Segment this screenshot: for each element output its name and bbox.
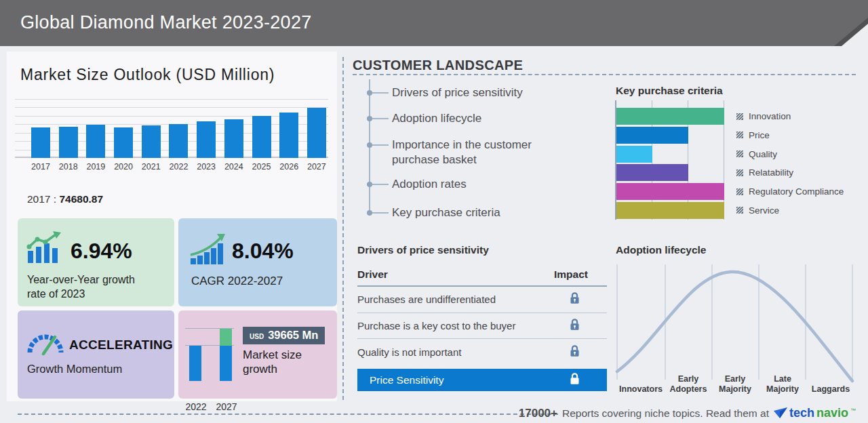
- page-title: Global Diamond Market 2023-2027: [20, 0, 312, 45]
- bullet-dot-icon: [367, 182, 372, 187]
- lock-icon: [570, 318, 580, 331]
- footer-note: 17000+ Reports covering niche topics. Re…: [519, 406, 856, 420]
- price-sensitivity-title: Drivers of price sensitivity: [357, 244, 489, 256]
- market-bar-2027: [307, 108, 326, 158]
- growth-label: Market size growth: [243, 348, 319, 376]
- kpc-legend-item: Relatability: [736, 164, 844, 181]
- growth-momentum-box: ACCELERATING Growth Momentum: [18, 310, 174, 399]
- legend-label: Service: [749, 205, 779, 216]
- legend-swatch-icon: [736, 169, 743, 176]
- market-year-label: 2020: [110, 162, 137, 172]
- callout-value: 74680.87: [59, 193, 103, 205]
- lock-icon: [570, 318, 580, 334]
- header-bar: Global Diamond Market 2023-2027: [0, 0, 868, 46]
- connector-line: [372, 118, 389, 119]
- market-bar-chart: [31, 99, 326, 158]
- yoy-label: Year-over-Year growth rate of 2023: [27, 273, 136, 301]
- legend-swatch-icon: [736, 188, 743, 195]
- bar-trend-icon: [26, 230, 68, 264]
- trademark-symbol: ™: [850, 407, 856, 414]
- adoption-stage-labels: InnovatorsEarly AdoptersEarly MajorityLa…: [614, 363, 856, 396]
- landscape-item: Adoption rates: [366, 177, 467, 192]
- callout-year: 2017: [27, 193, 50, 205]
- dashed-underline: [353, 74, 856, 75]
- market-year-label: 2023: [193, 162, 220, 172]
- cagr-label: CAGR 2022-2027: [191, 274, 283, 288]
- driver-label: Quality is not important: [357, 346, 461, 358]
- landscape-item: Drivers of price sensitivity: [366, 85, 523, 100]
- kpc-legend: InnovationPriceQualityRelatabilityRegula…: [736, 108, 844, 219]
- adoption-stage-label: Early Adopters: [663, 374, 713, 395]
- mini-year-2027: 2027: [214, 401, 239, 412]
- bullet-dot-icon: [367, 210, 372, 216]
- kpc-bar-1: [616, 127, 688, 144]
- market-bar-2024: [224, 119, 243, 159]
- momentum-value: ACCELERATING: [69, 338, 173, 352]
- kpc-legend-item: Price: [736, 127, 844, 144]
- legend-label: Relatability: [749, 167, 793, 178]
- landscape-item-label: Adoption rates: [392, 177, 467, 192]
- landscape-item-label: Drivers of price sensitivity: [392, 85, 523, 100]
- bullet-dot-icon: [367, 90, 372, 96]
- lock-icon: [570, 291, 580, 304]
- landscape-item: Key purchase criteria: [366, 205, 500, 220]
- kpc-bar-4: [616, 183, 724, 200]
- footer-text: Reports covering niche topics. Read them…: [562, 407, 769, 420]
- driver-row: Quality is not important: [357, 339, 607, 365]
- legend-swatch-icon: [736, 113, 743, 120]
- market-bar-2018: [59, 127, 78, 159]
- market-year-label: 2017: [27, 162, 54, 172]
- market-bar-2019: [86, 125, 105, 158]
- report-count: 17000+: [519, 407, 557, 420]
- market-bar-2021: [142, 125, 161, 158]
- legend-swatch-icon: [736, 132, 743, 138]
- growth-amount-badge: USD 39665 Mn: [243, 327, 325, 344]
- connector-line: [372, 92, 389, 94]
- vertical-dashed-divider: [342, 57, 344, 400]
- adoption-stage-label: Late Majority: [757, 374, 808, 395]
- lock-icon: [570, 291, 580, 307]
- corner-fold-icon: [842, 24, 868, 46]
- growth-amount: 39665 Mn: [268, 329, 318, 342]
- lock-icon: [570, 372, 580, 388]
- market-value-callout: 2017 : 74680.87: [27, 193, 103, 205]
- footer-dashed-line: [18, 414, 558, 415]
- customer-landscape-title: CUSTOMER LANDSCAPE: [353, 58, 523, 73]
- legend-label: Quality: [749, 149, 777, 159]
- bullet-dot-icon: [367, 142, 372, 148]
- cagr-box: 8.04% CAGR 2022-2027: [178, 218, 337, 306]
- infographic-page: Global Diamond Market 2023-2027 Market S…: [0, 0, 868, 423]
- legend-label: Regulatory Compliance: [749, 186, 844, 197]
- market-year-label: 2022: [165, 162, 192, 172]
- market-bar-2025: [252, 116, 271, 158]
- adoption-stage-label: Laggards: [806, 384, 856, 395]
- kpc-legend-item: Quality: [736, 146, 844, 163]
- price-sensitivity-highlight-row[interactable]: Price Sensitivity: [357, 369, 607, 391]
- market-size-growth-box: 2022 2027 USD 39665 Mn Market size growt…: [178, 310, 337, 399]
- market-year-label: 2019: [82, 162, 109, 172]
- impact-column-header: Impact: [554, 268, 588, 281]
- legend-label: Price: [749, 130, 770, 140]
- market-year-label: 2026: [275, 162, 302, 172]
- landscape-item-label: Importance in the customer purchase bask…: [392, 138, 548, 167]
- market-year-label: 2025: [248, 162, 275, 172]
- brand-tech: tech: [789, 406, 814, 420]
- lock-icon: [570, 344, 580, 357]
- mini-year-2022: 2022: [184, 401, 208, 412]
- currency-label: USD: [250, 333, 264, 340]
- lock-icon: [570, 372, 580, 385]
- landscape-item: Adoption lifecycle: [366, 111, 481, 126]
- adoption-lifecycle-title: Adoption lifecycle: [616, 244, 707, 256]
- mini-growth-chart: 2022 2027: [185, 328, 234, 381]
- kpc-bars: [616, 108, 724, 219]
- kpc-legend-item: Service: [736, 202, 844, 219]
- technavio-logo[interactable]: technavio™: [774, 406, 856, 420]
- market-bar-2023: [197, 121, 216, 158]
- lock-icon: [570, 344, 580, 360]
- market-bar-2020: [114, 127, 133, 158]
- legend-swatch-icon: [736, 150, 743, 157]
- driver-rows: Purchases are undifferentiatedPurchase i…: [357, 287, 607, 365]
- speedometer-icon: [24, 324, 66, 359]
- market-year-label: 2024: [220, 162, 248, 172]
- landscape-item: Importance in the customer purchase bask…: [366, 138, 548, 167]
